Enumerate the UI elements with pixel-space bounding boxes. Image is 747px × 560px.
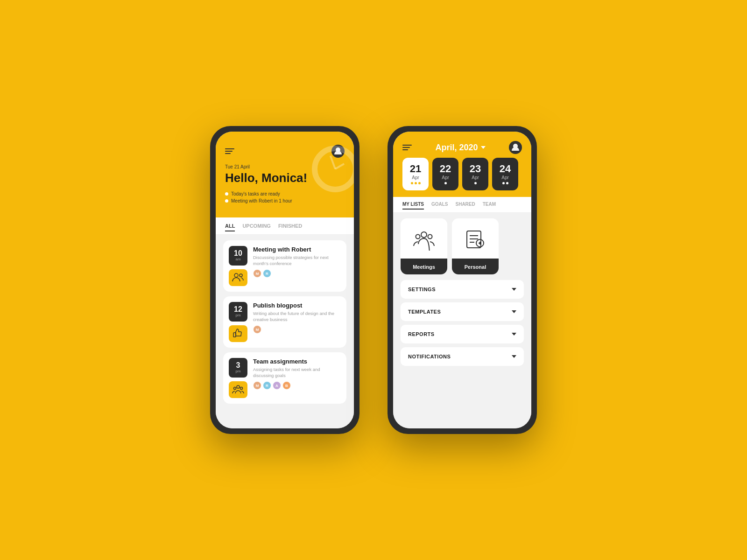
event-icon-box-2 <box>229 325 247 342</box>
cal-day-22[interactable]: 22 Apr <box>432 158 458 190</box>
event-time-block-3: 3 pm <box>229 358 247 398</box>
cal-dots-21 <box>411 182 421 184</box>
meetings-icon <box>412 226 436 251</box>
accordion-reports[interactable]: REPORTS <box>401 325 524 343</box>
avatar-1: M <box>253 269 261 278</box>
cal-dots-22 <box>444 182 447 184</box>
bullet-dot-2 <box>225 199 228 203</box>
tab-my-lists[interactable]: MY LISTS <box>402 202 424 210</box>
personal-icon <box>463 226 487 251</box>
people-icon <box>232 271 245 284</box>
team-icon <box>232 383 245 396</box>
avatars-2: M <box>253 325 341 334</box>
phone1-content: ALL UPCOMING FINISHED 10 am <box>216 217 354 428</box>
filter-tabs: ALL UPCOMING FINISHED <box>216 217 354 235</box>
avatar-5: R <box>263 381 271 390</box>
cal-dots-24 <box>502 182 508 184</box>
clock-decoration <box>312 146 354 192</box>
tab-finished[interactable]: FINISHED <box>278 223 302 231</box>
bullet-item-1: Today's tasks are ready <box>225 191 345 196</box>
cal-dot <box>506 182 508 184</box>
my-lists-grid: Meetings <box>393 213 531 280</box>
month-title[interactable]: April, 2020 <box>435 143 485 153</box>
avatar-4: M <box>253 381 261 390</box>
settings-chevron-icon <box>512 288 516 291</box>
list-card-meetings[interactable]: Meetings <box>401 218 447 274</box>
time-badge-1: 10 am <box>229 246 247 266</box>
svg-point-5 <box>240 387 243 389</box>
avatar-2: R <box>263 269 271 278</box>
cal-day-24[interactable]: 24 Apr <box>492 158 518 190</box>
meetings-label-area: Meetings <box>401 259 447 274</box>
bullet-dot-1 <box>225 192 228 196</box>
svg-point-0 <box>234 273 238 277</box>
month-chevron-icon <box>481 146 486 149</box>
cal-dot <box>444 182 447 184</box>
tab-shared[interactable]: SHARED <box>456 202 475 210</box>
event-icon-box-3 <box>229 381 247 398</box>
cal-day-23[interactable]: 23 Apr <box>462 158 488 190</box>
reports-chevron-icon <box>512 333 516 336</box>
cal-dot <box>415 182 417 184</box>
phone2-topbar: April, 2020 <box>402 141 522 154</box>
meetings-card-icon <box>401 218 447 259</box>
event-info-2: Publish blogpost Writing about the futur… <box>253 302 341 334</box>
list-card-personal[interactable]: Personal <box>452 218 499 274</box>
avatar-7: B <box>282 381 291 390</box>
time-badge-2: 12 pm <box>229 302 247 322</box>
event-time-block-1: 10 am <box>229 246 247 286</box>
svg-rect-2 <box>233 333 236 337</box>
bullet-list: Today's tasks are ready Meeting with Rob… <box>225 191 345 203</box>
phone2-header: April, 2020 21 Apr 22 Apr <box>393 132 531 197</box>
event-card-3[interactable]: 3 pm <box>223 352 346 404</box>
profile-icon-2[interactable] <box>509 141 522 154</box>
list-tabs-bar: MY LISTS GOALS SHARED TEAM <box>393 197 531 213</box>
cal-day-21[interactable]: 21 Apr <box>402 158 429 190</box>
cal-dots-23 <box>474 182 477 184</box>
templates-chevron-icon <box>512 310 516 313</box>
phone2-content: MY LISTS GOALS SHARED TEAM <box>393 197 531 428</box>
cal-dot <box>411 182 413 184</box>
avatar-6: A <box>273 381 281 390</box>
accordion-notifications[interactable]: NOTIFICATIONS <box>401 347 524 366</box>
cal-dot <box>418 182 421 184</box>
svg-point-8 <box>428 235 432 239</box>
phone-1: Tue 21 April Hello, Monica! Today's task… <box>210 126 359 434</box>
thumbsup-icon <box>232 327 245 340</box>
event-info-1: Meeting with Robert Discussing possible … <box>253 246 341 278</box>
tab-goals[interactable]: GOALS <box>431 202 448 210</box>
cal-dot <box>474 182 477 184</box>
phone1-header: Tue 21 April Hello, Monica! Today's task… <box>216 132 354 217</box>
event-card-1[interactable]: 10 am Meeting w <box>223 240 346 292</box>
tab-upcoming[interactable]: UPCOMING <box>242 223 271 231</box>
accordion-list: SETTINGS TEMPLATES REPORTS NOTIFICATIONS <box>393 280 531 370</box>
event-info-3: Team assignments Assigning tasks for nex… <box>253 358 341 390</box>
personal-card-icon <box>452 218 499 259</box>
personal-label-area: Personal <box>452 259 499 274</box>
events-list: 10 am Meeting w <box>216 235 354 409</box>
svg-point-1 <box>240 274 242 277</box>
event-card-2[interactable]: 12 pm Publish blogpost Writing about <box>223 296 346 348</box>
tab-team[interactable]: TEAM <box>483 202 496 210</box>
avatars-1: M R <box>253 269 341 278</box>
notifications-chevron-icon <box>512 355 516 358</box>
time-badge-3: 3 pm <box>229 358 247 378</box>
svg-point-6 <box>421 232 427 238</box>
event-time-block-2: 12 pm <box>229 302 247 342</box>
hamburger-menu-icon[interactable] <box>225 148 234 154</box>
hamburger-menu-icon-2[interactable] <box>402 145 412 150</box>
calendar-strip: 21 Apr 22 Apr 23 A <box>402 158 522 197</box>
accordion-templates[interactable]: TEMPLATES <box>401 302 524 321</box>
tab-all[interactable]: ALL <box>225 223 235 231</box>
bullet-item-2: Meeting with Robert in 1 hour <box>225 198 345 203</box>
svg-point-3 <box>237 385 240 388</box>
svg-point-4 <box>234 387 236 389</box>
avatars-3: M R A B <box>253 381 341 390</box>
accordion-settings[interactable]: SETTINGS <box>401 280 524 299</box>
event-icon-box-1 <box>229 269 247 286</box>
phone-2: April, 2020 21 Apr 22 Apr <box>388 126 537 434</box>
cal-dot <box>502 182 505 184</box>
svg-point-7 <box>416 235 420 239</box>
avatar-3: M <box>253 325 261 334</box>
